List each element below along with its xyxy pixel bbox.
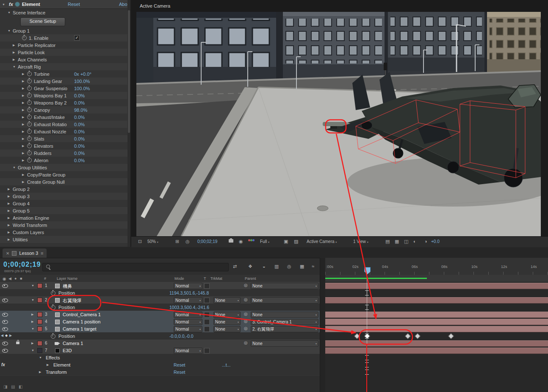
group-twirl[interactable]: ▼ <box>39 356 42 359</box>
fit-view-icon[interactable]: ⊡ <box>138 239 142 244</box>
layer-twirl[interactable]: ▶ <box>31 320 33 323</box>
trkmat-dropdown[interactable]: None▾ <box>213 297 241 304</box>
layer-bar-5[interactable] <box>325 326 548 332</box>
layer-row-7[interactable]: ▼ 7 E3D Normal▾ <box>0 347 320 354</box>
mode-dropdown[interactable]: Normal▾ <box>174 326 202 332</box>
rig-param-landing-gear[interactable]: ▶Landing Gear100.0% <box>0 77 130 85</box>
particle-replicator-row[interactable]: ▶Particle Replicator <box>0 41 130 49</box>
group-utilities-row[interactable]: ▼Group Utilities <box>0 164 130 171</box>
label-color-chip[interactable] <box>37 283 42 288</box>
stopwatch-icon[interactable] <box>27 86 32 91</box>
column-t[interactable]: T <box>204 276 206 281</box>
layer-name[interactable]: Camera 1 <box>63 341 83 346</box>
aux-channels-row[interactable]: ▶Aux Channels <box>0 56 130 63</box>
stopwatch-icon[interactable] <box>27 144 32 148</box>
layer-twirl[interactable]: ▼ <box>31 298 34 301</box>
animation-engine-row[interactable]: ▶Animation Engine <box>0 214 130 221</box>
column-parent[interactable]: Parent <box>245 276 256 281</box>
t-switch[interactable] <box>204 298 210 303</box>
layer-bar-2[interactable] <box>325 297 548 304</box>
stopwatch-icon[interactable] <box>27 115 32 119</box>
param-value[interactable]: 0.0% <box>74 115 85 120</box>
current-time-indicator-line[interactable] <box>367 273 367 392</box>
layer-twirl[interactable]: ▼ <box>31 284 34 287</box>
param-value[interactable]: 0.0% <box>74 136 85 141</box>
trkmat-dropdown[interactable]: None▾ <box>213 326 241 332</box>
element-about-link[interactable]: ...t... <box>222 362 230 367</box>
timeline-button-icon[interactable]: ◫ <box>404 239 408 244</box>
keyframe-diamond[interactable] <box>415 333 421 339</box>
effect-reset-link[interactable]: Reset <box>68 2 80 7</box>
column-mode[interactable]: Mode <box>174 276 184 281</box>
mode-dropdown[interactable]: Normal▾ <box>174 319 202 325</box>
property-name[interactable]: Position <box>58 305 75 310</box>
layer-row-2[interactable]: ▼ 2 右翼飛彈 Normal▾ None▾ ◎ None▾ <box>0 296 320 304</box>
parent-pickwhip-icon[interactable]: ◎ <box>244 312 248 316</box>
viewer-current-time[interactable]: 0;00;02;19 <box>197 239 217 244</box>
motion-blur-icon[interactable]: ◎ <box>287 264 291 269</box>
effects-group-label[interactable]: Effects <box>46 355 60 360</box>
position-property-row-2[interactable]: Position 1003.3,500.4,-241.6 <box>0 304 320 311</box>
element-effect-row[interactable]: fx ▶ Element Reset ...t... <box>0 361 320 369</box>
expand-in-out-columns-icon[interactable]: ◨ <box>3 384 7 389</box>
group-twirl[interactable]: ▶ <box>39 370 41 374</box>
utilities-row[interactable]: ▶Utilities <box>0 236 130 243</box>
parent-pickwhip-icon[interactable]: ◎ <box>244 319 248 323</box>
trkmat-dropdown[interactable]: None▾ <box>213 312 241 318</box>
group-2-row[interactable]: ▶Group 2 <box>0 185 130 193</box>
layer-bar-6[interactable] <box>325 340 548 347</box>
stopwatch-icon[interactable] <box>27 158 32 163</box>
snapshot-icon[interactable] <box>229 239 233 243</box>
property-value[interactable]: 1003.3,500.4,-241.6 <box>169 305 209 310</box>
parent-dropdown[interactable]: None▾ <box>251 340 318 347</box>
layer-bar-7[interactable] <box>325 348 548 354</box>
layer-twirl[interactable]: ▶ <box>31 313 33 316</box>
label-color-chip[interactable] <box>37 348 42 353</box>
keyframe-diamond[interactable] <box>354 333 360 339</box>
world-transform-row[interactable]: ▶World Transform <box>0 221 130 229</box>
rig-param-exhaust-nozzle[interactable]: ▶Exhaust Nozzle0.0% <box>0 128 130 135</box>
parent-pickwhip-icon[interactable]: ◎ <box>244 297 248 302</box>
aircraft-rig-row[interactable]: ▼Aircraft Rig <box>0 63 130 70</box>
property-name[interactable]: Position <box>58 334 75 339</box>
mode-dropdown[interactable]: Normal▾ <box>174 312 202 318</box>
parent-dropdown[interactable]: 2. 右翼飛彈▾ <box>251 326 318 332</box>
keyframe-diamond[interactable] <box>405 333 411 339</box>
group-1-row[interactable]: ▼Group 1 <box>0 27 130 34</box>
keyframe-diamond[interactable] <box>448 333 454 339</box>
effect-twirl[interactable]: ▶ <box>47 363 49 367</box>
layer-name[interactable]: 右翼飛彈 <box>63 298 81 304</box>
label-color-chip[interactable] <box>37 298 42 303</box>
panel-menu-icon[interactable]: ≡ <box>41 251 43 256</box>
stopwatch-icon[interactable] <box>27 108 32 112</box>
timeline-search-input[interactable] <box>42 263 229 271</box>
region-of-interest-icon[interactable]: ▣ <box>284 239 288 244</box>
enable-checkbox[interactable]: ✓ <box>74 35 80 41</box>
stopwatch-icon[interactable] <box>27 136 32 141</box>
effect-twirl-icon[interactable]: ▼ <box>2 3 7 6</box>
layer-bar-1[interactable] <box>325 283 548 289</box>
next-keyframe-icon[interactable]: ▶ <box>9 334 12 337</box>
stopwatch-icon[interactable] <box>27 72 32 76</box>
rig-param-slats[interactable]: ▶Slats0.0% <box>0 135 130 142</box>
param-value[interactable]: 0.0% <box>74 158 85 163</box>
visibility-toggle[interactable] <box>2 313 8 317</box>
layer-name[interactable]: Control_Camera 1 <box>63 312 101 317</box>
rig-param-rudders[interactable]: ▶Rudders0.0% <box>0 149 130 157</box>
label-color-chip[interactable] <box>37 326 42 331</box>
graph-editor-icon[interactable]: ≈ <box>312 264 314 269</box>
parent-pickwhip-icon[interactable]: ◎ <box>244 326 248 331</box>
mode-dropdown[interactable]: Normal▾ <box>174 297 202 304</box>
copy-paste-group-row[interactable]: ▶Copy/Paste Group <box>0 171 130 178</box>
parent-dropdown[interactable]: None▾ <box>251 297 318 304</box>
visibility-toggle[interactable] <box>2 327 8 331</box>
composition-viewport[interactable] <box>131 0 548 247</box>
layer-name[interactable]: 機鼻 <box>63 283 72 290</box>
timeline-tab-lesson3[interactable]: ✕ Lesson 3 ≡ <box>3 248 47 258</box>
layer-row-6[interactable]: ▶ 6 Camera 1 ◎ None▾ <box>0 340 320 347</box>
param-value[interactable]: 0x +0.0° <box>74 72 91 77</box>
mode-dropdown[interactable]: Normal▾ <box>174 283 202 289</box>
composition-mini-flowchart-icon[interactable]: ⇄ <box>233 264 237 269</box>
visibility-toggle[interactable] <box>2 284 8 288</box>
rig-param-exhaust-intake[interactable]: ▶Exhaust/Intake0.0% <box>0 113 130 121</box>
